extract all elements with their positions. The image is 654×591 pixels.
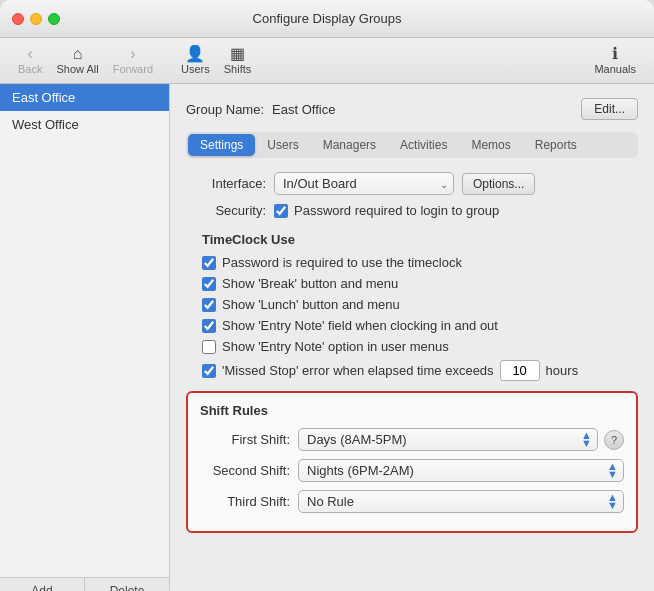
sidebar-item-west-office[interactable]: West Office: [0, 111, 169, 138]
missed-stop-row: 'Missed Stop' error when elapsed time ex…: [186, 360, 638, 381]
interface-select[interactable]: In/Out Board: [274, 172, 454, 195]
group-name-row: Group Name: East Office Edit...: [186, 98, 638, 120]
cb4-checkbox[interactable]: [202, 319, 216, 333]
second-shift-label: Second Shift:: [200, 463, 290, 478]
timeclock-section-title: TimeClock Use: [202, 232, 638, 247]
shift-rules-box: Shift Rules First Shift: Days (8AM-5PM) …: [186, 391, 638, 533]
missed-stop-checkbox[interactable]: [202, 364, 216, 378]
first-shift-row: First Shift: Days (8AM-5PM) ▲▼ ?: [200, 428, 624, 451]
back-button[interactable]: ‹ Back: [12, 44, 48, 77]
manuals-button[interactable]: ℹ Manuals: [588, 44, 642, 77]
tab-settings[interactable]: Settings: [188, 134, 255, 156]
manuals-label: Manuals: [594, 63, 636, 75]
missed-stop-text-before: 'Missed Stop' error when elapsed time ex…: [222, 363, 494, 378]
toolbar: ‹ Back ⌂ Show All › Forward 👤 Users ▦ Sh…: [0, 38, 654, 84]
main-content: East Office West Office Add Delete Group…: [0, 84, 654, 591]
add-button[interactable]: Add: [0, 578, 85, 591]
security-text: Password required to login to group: [294, 203, 499, 218]
shifts-button[interactable]: ▦ Shifts: [218, 44, 258, 77]
detail-panel: Group Name: East Office Edit... Settings…: [170, 84, 654, 591]
traffic-lights: [12, 13, 60, 25]
cb3-label: Show 'Lunch' button and menu: [222, 297, 400, 312]
forward-icon: ›: [130, 46, 135, 62]
manuals-icon: ℹ: [612, 46, 618, 62]
delete-button[interactable]: Delete: [85, 578, 169, 591]
title-bar: Configure Display Groups: [0, 0, 654, 38]
first-shift-help-button[interactable]: ?: [604, 430, 624, 450]
cb3-checkbox[interactable]: [202, 298, 216, 312]
second-shift-select-wrapper: Nights (6PM-2AM) ▲▼: [298, 459, 624, 482]
cb5-checkbox[interactable]: [202, 340, 216, 354]
tab-users[interactable]: Users: [255, 134, 310, 156]
security-label: Security:: [186, 203, 266, 218]
shifts-label: Shifts: [224, 63, 252, 75]
edit-button[interactable]: Edit...: [581, 98, 638, 120]
sidebar-item-east-office[interactable]: East Office: [0, 84, 169, 111]
tab-memos[interactable]: Memos: [459, 134, 522, 156]
cb5-label: Show 'Entry Note' option in user menus: [222, 339, 449, 354]
checkbox-row-5: Show 'Entry Note' option in user menus: [186, 339, 638, 354]
forward-button[interactable]: › Forward: [107, 44, 159, 77]
tabs-row: Settings Users Managers Activities Memos…: [186, 132, 638, 158]
first-shift-select[interactable]: Days (8AM-5PM): [298, 428, 598, 451]
sidebar: East Office West Office Add Delete: [0, 84, 170, 591]
toolbar-right: ℹ Manuals: [588, 44, 642, 77]
group-name-label: Group Name:: [186, 102, 264, 117]
sidebar-list: East Office West Office: [0, 84, 169, 577]
interface-row: Interface: In/Out Board ⌄ Options...: [186, 172, 638, 195]
options-button[interactable]: Options...: [462, 173, 535, 195]
checkbox-row-4: Show 'Entry Note' field when clocking in…: [186, 318, 638, 333]
third-shift-row: Third Shift: No Rule ▲▼: [200, 490, 624, 513]
shifts-icon: ▦: [230, 46, 245, 62]
sidebar-footer: Add Delete: [0, 577, 169, 591]
close-button[interactable]: [12, 13, 24, 25]
show-all-button[interactable]: ⌂ Show All: [50, 44, 104, 77]
third-shift-label: Third Shift:: [200, 494, 290, 509]
minimize-button[interactable]: [30, 13, 42, 25]
cb1-checkbox[interactable]: [202, 256, 216, 270]
cb2-checkbox[interactable]: [202, 277, 216, 291]
checkbox-row-3: Show 'Lunch' button and menu: [186, 297, 638, 312]
nav-group: ‹ Back ⌂ Show All › Forward: [12, 44, 159, 77]
interface-label: Interface:: [186, 176, 266, 191]
main-window: Configure Display Groups ‹ Back ⌂ Show A…: [0, 0, 654, 591]
tab-reports[interactable]: Reports: [523, 134, 589, 156]
show-all-icon: ⌂: [73, 46, 83, 62]
cb4-label: Show 'Entry Note' field when clocking in…: [222, 318, 498, 333]
users-icon: 👤: [185, 46, 205, 62]
back-icon: ‹: [28, 46, 33, 62]
back-label: Back: [18, 63, 42, 75]
second-shift-select[interactable]: Nights (6PM-2AM): [298, 459, 624, 482]
shift-rules-title: Shift Rules: [200, 403, 624, 418]
tab-activities[interactable]: Activities: [388, 134, 459, 156]
views-group: 👤 Users ▦ Shifts: [175, 44, 257, 77]
group-name-value: East Office: [272, 102, 581, 117]
first-shift-select-wrapper: Days (8AM-5PM) ▲▼: [298, 428, 598, 451]
checkbox-row-2: Show 'Break' button and menu: [186, 276, 638, 291]
missed-stop-input[interactable]: [500, 360, 540, 381]
security-row: Security: Password required to login to …: [186, 203, 638, 218]
third-shift-select-wrapper: No Rule ▲▼: [298, 490, 624, 513]
interface-select-wrapper: In/Out Board ⌄: [274, 172, 454, 195]
show-all-label: Show All: [56, 63, 98, 75]
missed-stop-text-after: hours: [546, 363, 579, 378]
window-title: Configure Display Groups: [253, 11, 402, 26]
security-checkbox[interactable]: [274, 204, 288, 218]
checkbox-row-1: Password is required to use the timecloc…: [186, 255, 638, 270]
maximize-button[interactable]: [48, 13, 60, 25]
second-shift-row: Second Shift: Nights (6PM-2AM) ▲▼: [200, 459, 624, 482]
tab-managers[interactable]: Managers: [311, 134, 388, 156]
forward-label: Forward: [113, 63, 153, 75]
first-shift-label: First Shift:: [200, 432, 290, 447]
cb2-label: Show 'Break' button and menu: [222, 276, 398, 291]
users-button[interactable]: 👤 Users: [175, 44, 216, 77]
third-shift-select[interactable]: No Rule: [298, 490, 624, 513]
users-label: Users: [181, 63, 210, 75]
cb1-label: Password is required to use the timecloc…: [222, 255, 462, 270]
